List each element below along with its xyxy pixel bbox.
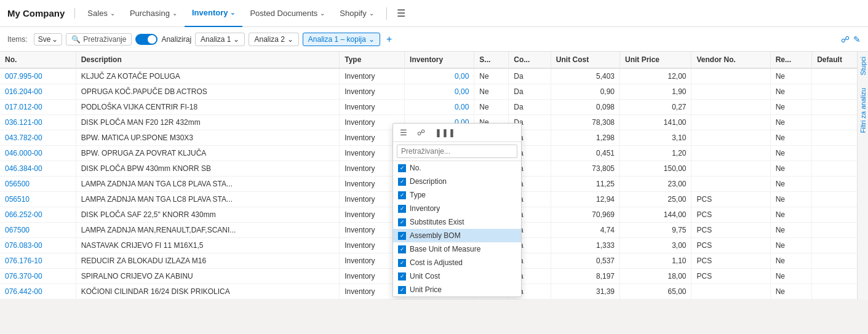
cell-vendor-no: PCS xyxy=(691,207,770,223)
cell-unit-price: 1,20 xyxy=(620,146,691,161)
dropdown-checkbox[interactable] xyxy=(398,286,406,294)
cell-type: Inventory xyxy=(340,100,405,115)
dropdown-checkbox[interactable] xyxy=(398,232,406,240)
hamburger-icon[interactable]: ☰ xyxy=(397,7,405,19)
cell-no[interactable]: 007.995-00 xyxy=(0,68,76,84)
search-icon: 🔍 xyxy=(71,35,81,44)
dropdown-filter-icon[interactable]: ☍ xyxy=(414,126,428,139)
cell-no[interactable]: 046.384-00 xyxy=(0,161,76,177)
col-header-inventory[interactable]: Inventory xyxy=(405,52,474,68)
dropdown-item[interactable]: Unit Price xyxy=(393,283,521,296)
cell-no[interactable]: 017.012-00 xyxy=(0,100,76,115)
dropdown-item[interactable]: Type xyxy=(393,188,521,202)
cell-no[interactable]: 076.083-00 xyxy=(0,238,76,253)
edit-filter-icon[interactable]: ✎ xyxy=(853,34,861,44)
dropdown-checkbox[interactable] xyxy=(398,191,406,199)
table-row: 016.204-00 OPRUGA KOČ.PAPUČE DB ACTROS I… xyxy=(0,84,868,100)
dropdown-item-label: Description xyxy=(410,177,447,186)
dropdown-item-label: No. xyxy=(410,164,421,172)
col-header-unit-cost[interactable]: Unit Cost xyxy=(551,52,619,68)
cell-unit-cost: 1,333 xyxy=(551,238,619,253)
filter-bar: Items: Sve ⌄ 🔍 Pretraživanje Analiziraj … xyxy=(0,27,868,52)
cell-description: DISK PLOČA SAF 22,5" KNORR 430mm xyxy=(76,207,340,223)
add-tab-button[interactable]: + xyxy=(384,34,394,45)
dropdown-item[interactable]: Assembly BOM xyxy=(393,229,521,242)
cell-s: Ne xyxy=(474,68,509,84)
cell-no[interactable]: 016.204-00 xyxy=(0,84,76,100)
filter-icon[interactable]: ☍ xyxy=(841,34,850,44)
cell-no[interactable]: 076.176-10 xyxy=(0,253,76,269)
dropdown-checkbox[interactable] xyxy=(398,205,406,213)
cell-re: Ne xyxy=(770,284,812,300)
nav-sales[interactable]: Sales ⌄ xyxy=(80,0,122,27)
search-label: Pretraživanje xyxy=(83,35,126,44)
nav-shopify-chevron: ⌄ xyxy=(369,10,374,17)
tab-analiza1-chevron: ⌄ xyxy=(233,35,239,44)
cell-description: SPIRALNO CRIJEVO ZA KABINU xyxy=(76,269,340,284)
cell-no[interactable]: 067500 xyxy=(0,223,76,238)
cell-description: LAMPA ZADNJA MAN TGA LC8 PLAVA STA... xyxy=(76,192,340,207)
dropdown-item[interactable]: Cost is Adjusted xyxy=(393,256,521,269)
filter-right: ☍ ✎ xyxy=(841,34,861,44)
col-header-s[interactable]: S... xyxy=(474,52,509,68)
nav-shopify[interactable]: Shopify ⌄ xyxy=(332,0,381,27)
analyziraj-toggle[interactable] xyxy=(135,34,157,45)
dropdown-move-icon[interactable]: ☰ xyxy=(397,126,410,139)
search-box[interactable]: 🔍 Pretraživanje xyxy=(66,33,132,46)
dropdown-checkbox[interactable] xyxy=(398,259,406,267)
col-header-unit-price[interactable]: Unit Price xyxy=(620,52,691,68)
nav-inventory[interactable]: Inventory ⌄ xyxy=(185,0,243,27)
cell-no[interactable]: 056510 xyxy=(0,192,76,207)
tab-analiza1-kopija-label: Analiza 1 – kopija xyxy=(308,35,366,44)
dropdown-checkbox[interactable] xyxy=(398,245,406,253)
nav-posted-documents[interactable]: Posted Documents ⌄ xyxy=(242,0,332,27)
col-header-no[interactable]: No. xyxy=(0,52,76,68)
cell-unit-price: 141,00 xyxy=(620,115,691,130)
cell-no[interactable]: 066.252-00 xyxy=(0,207,76,223)
dropdown-search[interactable] xyxy=(393,142,521,161)
cell-no[interactable]: 056500 xyxy=(0,177,76,192)
col-header-re[interactable]: Re... xyxy=(770,52,812,68)
nav-purchasing[interactable]: Purchasing ⌄ xyxy=(122,0,185,27)
filter-analysis-side-label[interactable]: Filtri za analizu xyxy=(858,83,868,138)
tab-analiza2-label: Analiza 2 xyxy=(254,35,284,44)
dropdown-search-input[interactable] xyxy=(397,145,517,158)
cell-description: REDUCIR ZA BLOKADU IZLAZA M16 xyxy=(76,253,340,269)
cell-unit-price: 0,27 xyxy=(620,100,691,115)
cell-vendor-no xyxy=(691,161,770,177)
cell-vendor-no xyxy=(691,84,770,100)
dropdown-item[interactable]: Substitutes Exist xyxy=(393,215,521,229)
dropdown-item[interactable]: No. xyxy=(393,161,521,175)
cell-no[interactable]: 036.121-00 xyxy=(0,115,76,130)
items-label: Items: xyxy=(7,35,28,44)
col-header-description[interactable]: Description xyxy=(76,52,340,68)
cell-vendor-no xyxy=(691,130,770,146)
dropdown-checkbox[interactable] xyxy=(398,218,406,226)
col-header-co[interactable]: Co... xyxy=(509,52,551,68)
tab-analiza2[interactable]: Analiza 2 ⌄ xyxy=(249,33,298,46)
cell-unit-price: 1,90 xyxy=(620,84,691,100)
dropdown-item[interactable]: Description xyxy=(393,175,521,188)
dropdown-checkbox[interactable] xyxy=(398,272,406,280)
dropdown-checkbox[interactable] xyxy=(398,164,406,172)
tab-analiza1[interactable]: Analiza 1 ⌄ xyxy=(195,33,245,46)
tab-analiza1-kopija[interactable]: Analiza 1 – kopija ⌄ xyxy=(303,33,380,46)
dropdown-checkbox[interactable] xyxy=(398,178,406,186)
dropdown-item[interactable]: Unit Cost xyxy=(393,269,521,283)
columns-side-label[interactable]: Stupci xyxy=(858,52,868,81)
dropdown-item[interactable]: Base Unit of Measure xyxy=(393,242,521,256)
sve-filter[interactable]: Sve ⌄ xyxy=(34,33,63,46)
col-header-type[interactable]: Type xyxy=(340,52,405,68)
cell-vendor-no: PCS xyxy=(691,269,770,284)
cell-re: Ne xyxy=(770,146,812,161)
col-header-vendor-no[interactable]: Vendor No. xyxy=(691,52,770,68)
dropdown-item[interactable]: Inventory xyxy=(393,202,521,215)
cell-no[interactable]: 043.782-00 xyxy=(0,130,76,146)
dropdown-columns-icon[interactable]: ❚❚❚ xyxy=(432,126,458,139)
cell-no[interactable]: 076.442-00 xyxy=(0,284,76,300)
cell-no[interactable]: 076.370-00 xyxy=(0,269,76,284)
cell-no[interactable]: 046.000-00 xyxy=(0,146,76,161)
cell-unit-price: 23,00 xyxy=(620,177,691,192)
cell-unit-cost: 11,25 xyxy=(551,177,619,192)
cell-unit-cost: 78,308 xyxy=(551,115,619,130)
